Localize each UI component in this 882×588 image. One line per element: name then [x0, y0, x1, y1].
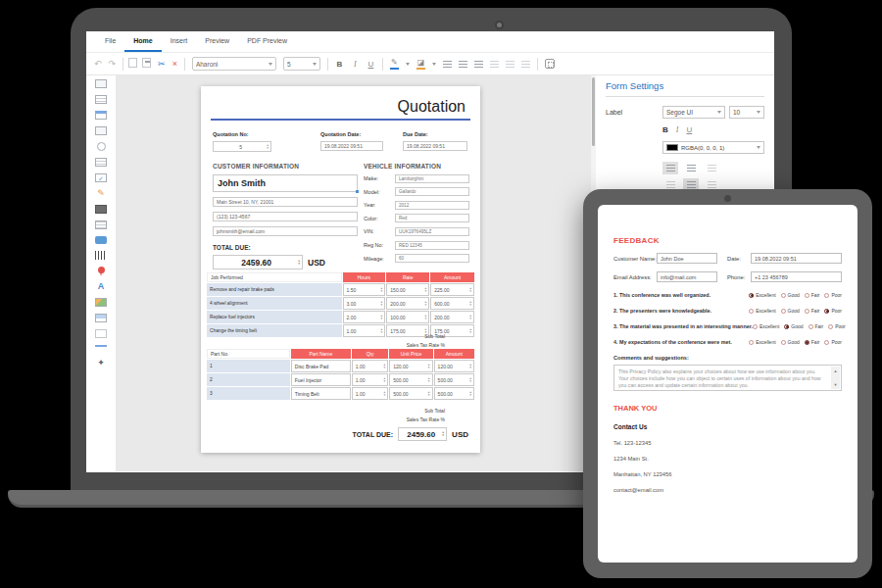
- font-family-select[interactable]: Aharoni: [192, 57, 276, 71]
- radio-button-icon[interactable]: [824, 309, 829, 314]
- label-size-select[interactable]: 10: [729, 106, 764, 119]
- spinner-arrows-icon[interactable]: ▴▾: [428, 391, 430, 397]
- job-amount-input[interactable]: 200.00▴▾: [430, 311, 474, 323]
- radio-option[interactable]: Good: [781, 339, 800, 345]
- job-rate-input[interactable]: 175.00▴▾: [386, 324, 429, 337]
- part-qty-input[interactable]: 1.00▴▾: [352, 360, 388, 372]
- fs-bold-button[interactable]: B: [662, 125, 668, 134]
- time-picker-icon[interactable]: [97, 142, 106, 151]
- spinner-arrows-icon[interactable]: ▴▾: [469, 287, 471, 293]
- align-left-icon[interactable]: [443, 61, 452, 68]
- menu-pdf-preview[interactable]: PDF Preview: [238, 31, 296, 52]
- undo-icon[interactable]: ↶: [94, 60, 102, 69]
- spinner-arrows-icon[interactable]: ▴▾: [384, 391, 386, 397]
- grand-total-input[interactable]: 2459.60 ▴▾: [398, 427, 447, 441]
- spinner-arrows-icon[interactable]: ▴▾: [424, 287, 426, 293]
- customer-phone-input[interactable]: (123) 123-4567: [213, 212, 358, 221]
- radio-option[interactable]: Good: [781, 292, 800, 298]
- spinner-arrows-icon[interactable]: ▴▾: [442, 431, 444, 437]
- vehicle-field-input[interactable]: UUK19T6495LZ: [395, 227, 469, 236]
- radio-option[interactable]: Poor: [824, 292, 842, 298]
- fs-underline-button[interactable]: U: [686, 125, 692, 134]
- customer-email-input[interactable]: johnsmith@email.com: [213, 226, 358, 236]
- spinner-arrows-icon[interactable]: ▴▾: [469, 328, 471, 334]
- grid-icon[interactable]: [95, 220, 107, 229]
- vehicle-field-input[interactable]: Gallardo: [395, 187, 469, 196]
- delete-icon[interactable]: ×: [172, 60, 177, 69]
- dropdown-list-icon[interactable]: [95, 111, 107, 120]
- radio-option[interactable]: Poor: [824, 308, 842, 314]
- part-amount-input[interactable]: 500.00▴▾: [434, 373, 474, 386]
- spinner-arrows-icon[interactable]: ▴▾: [381, 328, 383, 334]
- barcode-icon[interactable]: [95, 251, 107, 260]
- combo-box-icon[interactable]: [95, 126, 107, 135]
- part-qty-input[interactable]: 1.00▴▾: [352, 373, 388, 386]
- radio-option[interactable]: Excellent: [749, 292, 775, 298]
- radio-button-icon[interactable]: [781, 340, 786, 345]
- textarea-scrollbar[interactable]: ▲▼: [831, 367, 840, 389]
- font-size-select[interactable]: 5: [283, 57, 320, 71]
- radio-option[interactable]: Good: [784, 323, 803, 329]
- vehicle-field-input[interactable]: Lamborghini: [395, 174, 469, 183]
- underline-button[interactable]: U: [367, 60, 375, 69]
- image-icon[interactable]: [95, 205, 107, 214]
- shape-icon[interactable]: [95, 329, 107, 338]
- typography-icon[interactable]: A: [95, 282, 107, 291]
- scroll-up-icon[interactable]: ▲: [834, 368, 838, 374]
- spinner-arrows-icon[interactable]: ▴▾: [267, 144, 269, 150]
- part-name-input[interactable]: Fuel Injector: [291, 373, 351, 386]
- label-font-select[interactable]: Segoe UI: [662, 106, 725, 119]
- valign-top-icon[interactable]: [490, 61, 499, 68]
- menu-insert[interactable]: Insert: [162, 31, 197, 52]
- comments-textarea[interactable]: This Privacy Policy also explains your c…: [613, 365, 842, 391]
- part-unit-price-input[interactable]: 500.00▴▾: [389, 373, 432, 386]
- resize-handle[interactable]: [356, 190, 359, 193]
- redo-icon[interactable]: ↷: [109, 60, 117, 69]
- design-canvas[interactable]: Quotation Quotation No: 5 ▴▾ Quotation D…: [116, 75, 591, 471]
- spinner-arrows-icon[interactable]: ▴▾: [381, 315, 383, 320]
- vehicle-field-input[interactable]: 2012: [395, 201, 469, 210]
- vehicle-field-input[interactable]: 60: [395, 254, 469, 263]
- vehicle-field-input[interactable]: RED 12345: [395, 241, 469, 250]
- radio-option[interactable]: Fair: [805, 308, 820, 314]
- radio-button-icon[interactable]: [784, 324, 789, 329]
- radio-button-icon[interactable]: [749, 309, 754, 314]
- job-hours-input[interactable]: 3.00▴▾: [343, 297, 386, 310]
- part-name-input[interactable]: Timing Belt: [291, 387, 351, 400]
- job-amount-input[interactable]: 225.00▴▾: [430, 283, 474, 296]
- checkbox-icon[interactable]: ✓: [95, 173, 107, 182]
- spinner-arrows-icon[interactable]: ▴▾: [469, 301, 471, 307]
- align-center-icon[interactable]: [459, 61, 467, 68]
- job-rate-input[interactable]: 150.00▴▾: [386, 283, 429, 296]
- feedback-customer-name-input[interactable]: John Doe: [657, 253, 717, 264]
- textbox-icon[interactable]: [95, 79, 107, 88]
- multiline-textbox-icon[interactable]: [95, 95, 107, 104]
- spinner-arrows-icon[interactable]: ▴▾: [469, 391, 471, 397]
- spinner-arrows-icon[interactable]: ▴▾: [381, 287, 383, 293]
- spinner-arrows-icon[interactable]: ▴▾: [424, 301, 426, 307]
- image-upload-icon[interactable]: [95, 314, 107, 322]
- scroll-down-icon[interactable]: ▼: [834, 381, 838, 388]
- radio-option[interactable]: Poor: [828, 323, 846, 329]
- fs-align-right-button[interactable]: [704, 162, 719, 174]
- spinner-arrows-icon[interactable]: ▴▾: [384, 364, 386, 369]
- part-unit-price-input[interactable]: 500.00▴▾: [389, 387, 432, 400]
- job-hours-input[interactable]: 1.50▴▾: [343, 283, 386, 296]
- chevron-down-icon[interactable]: [432, 63, 436, 66]
- spinner-arrows-icon[interactable]: ▴▾: [381, 301, 383, 307]
- spinner-arrows-icon[interactable]: ▴▾: [469, 377, 471, 383]
- feedback-date-input[interactable]: 19.08.2022 09:51: [751, 253, 842, 264]
- scrollbar-thumb[interactable]: [592, 77, 595, 146]
- spinner-arrows-icon[interactable]: ▴▾: [428, 377, 430, 383]
- feedback-email-input[interactable]: info@mail.com: [657, 271, 717, 282]
- menu-file[interactable]: File: [96, 31, 124, 52]
- fullscreen-icon[interactable]: [545, 59, 555, 69]
- valign-middle-icon[interactable]: [506, 61, 514, 68]
- divider-line-icon[interactable]: [95, 345, 107, 347]
- bold-button[interactable]: B: [335, 60, 344, 69]
- radio-button-icon[interactable]: [753, 324, 758, 329]
- radio-option[interactable]: Fair: [805, 292, 820, 298]
- quotation-no-input[interactable]: 5 ▴▾: [213, 141, 271, 152]
- fs-align-center-button[interactable]: [683, 162, 699, 174]
- signature-icon[interactable]: ✎: [95, 189, 107, 198]
